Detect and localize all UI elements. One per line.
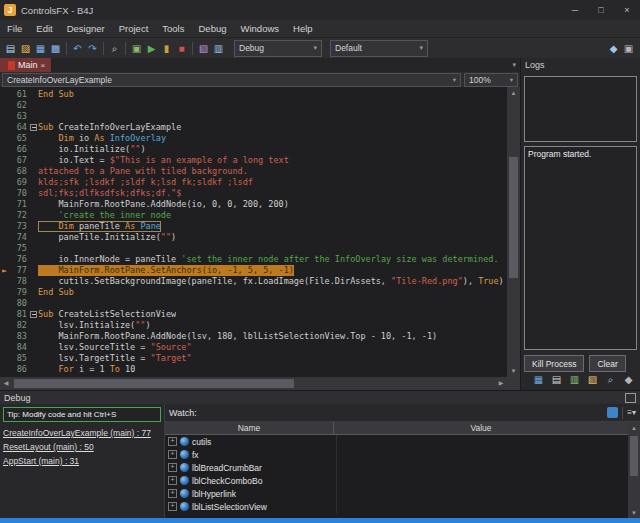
compile-icon[interactable]: ▣	[129, 41, 144, 56]
bridge-icon[interactable]: ◆	[606, 41, 621, 56]
expand-icon[interactable]: +	[168, 489, 177, 498]
designer-icon[interactable]: ▧	[196, 41, 211, 56]
menu-file[interactable]: File	[0, 21, 29, 37]
undo-icon[interactable]: ↶	[70, 41, 85, 56]
tools-panel-icon[interactable]: ◆	[621, 372, 636, 387]
libraries-panel-icon[interactable]: ▦	[531, 372, 546, 387]
code-line[interactable]: 75	[0, 243, 507, 254]
stack-frame-link[interactable]: AppStart (main) : 31	[3, 454, 161, 468]
menu-designer[interactable]: Designer	[60, 21, 112, 37]
scrollbar-thumb[interactable]	[14, 379, 294, 388]
code-line[interactable]: 83 MainForm.RootPane.AddNode(lsv, 180, l…	[0, 331, 507, 342]
search-icon[interactable]: ⌕	[107, 41, 122, 56]
fold-icon[interactable]	[29, 309, 38, 320]
scroll-right-icon[interactable]: ▶	[495, 377, 507, 390]
horizontal-scrollbar[interactable]: ◀ ▶	[0, 377, 507, 390]
find-panel-icon[interactable]: ⌕	[603, 372, 618, 387]
watch-row[interactable]: +fx	[165, 448, 628, 461]
build-config-select[interactable]: Default ▾	[330, 40, 428, 57]
watch-scrollbar[interactable]: ▲ ▼	[628, 422, 640, 519]
code-line[interactable]: 86 For i = 1 To 10	[0, 364, 507, 375]
close-button[interactable]: ×	[614, 0, 640, 20]
scrollbar-thumb[interactable]	[509, 157, 518, 279]
code-area[interactable]: 61End Sub626364Sub CreateInfoOverLayExam…	[0, 87, 507, 377]
code-line[interactable]: 82 lsv.Initialize("")	[0, 320, 507, 331]
save-icon[interactable]: ▦	[33, 41, 48, 56]
expand-icon[interactable]: +	[168, 450, 177, 459]
expand-icon[interactable]: +	[168, 437, 177, 446]
code-line[interactable]: 68attached to a Pane with tiled backgrou…	[0, 166, 507, 177]
code-line[interactable]: 76 io.InnerNode = paneTile 'set the inne…	[0, 254, 507, 265]
code-line[interactable]: 66 io.Initialize("")	[0, 144, 507, 155]
watch-row[interactable]: +cutils	[165, 435, 628, 448]
clear-logs-button[interactable]: Clear	[589, 355, 625, 372]
log-output[interactable]: Program started.	[524, 146, 637, 350]
code-line[interactable]: 67 io.Text = $"This is an example of a l…	[0, 155, 507, 166]
build-mode-select[interactable]: Debug ▾	[234, 40, 322, 57]
watch-row[interactable]: +lblBreadCrumbBar	[165, 461, 628, 474]
code-line[interactable]: 79End Sub	[0, 287, 507, 298]
expand-icon[interactable]: +	[168, 463, 177, 472]
pause-icon[interactable]: ▮	[159, 41, 174, 56]
menu-project[interactable]: Project	[112, 21, 156, 37]
run-icon[interactable]: ▶	[144, 41, 159, 56]
vertical-scrollbar[interactable]: ▲ ▼	[507, 87, 520, 377]
code-line[interactable]: 63	[0, 111, 507, 122]
code-line[interactable]: 65 Dim io As InfoOverlay	[0, 133, 507, 144]
tab-list-icon[interactable]: ▾	[512, 61, 520, 69]
log-filter-box[interactable]	[524, 76, 637, 142]
code-line[interactable]: 84 lsv.SourceTitle = "Source"	[0, 342, 507, 353]
open-project-icon[interactable]: ▨	[18, 41, 33, 56]
code-line[interactable]: 64Sub CreateInfoOverLayExample	[0, 122, 507, 133]
tab-close-icon[interactable]: ×	[41, 61, 46, 70]
redo-icon[interactable]: ↷	[85, 41, 100, 56]
stack-frame-link[interactable]: ResetLayout (main) : 50	[3, 440, 161, 454]
code-editor[interactable]: 61End Sub626364Sub CreateInfoOverLayExam…	[0, 87, 520, 377]
column-header-name[interactable]: Name	[165, 422, 334, 434]
zoom-control[interactable]: 100% ▾	[464, 73, 518, 87]
logs-panel-icon[interactable]: ▥	[567, 372, 582, 387]
scroll-up-icon[interactable]: ▲	[628, 422, 640, 434]
add-watch-icon[interactable]	[607, 407, 618, 418]
code-line[interactable]: 70sdl;fks;dlfksdfsk;dfks;df."$	[0, 188, 507, 199]
menu-tools[interactable]: Tools	[155, 21, 191, 37]
code-line[interactable]: ►77 MainForm.RootPane.SetAnchors(io, -1,…	[0, 265, 507, 276]
menu-debug[interactable]: Debug	[191, 21, 233, 37]
menu-edit[interactable]: Edit	[29, 21, 59, 37]
kill-process-button[interactable]: Kill Process	[524, 355, 584, 372]
watch-menu-icon[interactable]: ≡▾	[627, 408, 636, 417]
files-panel-icon[interactable]: ▤	[549, 372, 564, 387]
code-line[interactable]: 62	[0, 100, 507, 111]
modules-panel-icon[interactable]: ▧	[585, 372, 600, 387]
code-line[interactable]: 69klds;sfk ;lsdkf ;sldf k;lsd fk;sldkf ;…	[0, 177, 507, 188]
fold-icon[interactable]	[29, 122, 38, 133]
settings-icon[interactable]: ▣	[621, 41, 636, 56]
code-line[interactable]: 80	[0, 298, 507, 309]
menu-help[interactable]: Help	[286, 21, 320, 37]
save-all-icon[interactable]: ▩	[48, 41, 63, 56]
code-line[interactable]: 78 cutils.SetBackgroundImage(paneTile, f…	[0, 276, 507, 287]
column-header-value[interactable]: Value	[334, 422, 628, 434]
minimize-button[interactable]: ─	[562, 0, 588, 20]
scroll-down-icon[interactable]: ▼	[507, 365, 520, 377]
menu-windows[interactable]: Windows	[233, 21, 286, 37]
stop-icon[interactable]: ■	[174, 41, 189, 56]
tab-main[interactable]: Main ×	[0, 58, 51, 72]
code-line[interactable]: 74 paneTile.Initialize("")	[0, 232, 507, 243]
code-line[interactable]: 71 MainForm.RootPane.AddNode(io, 0, 0, 2…	[0, 199, 507, 210]
scrollbar-thumb[interactable]	[630, 436, 638, 476]
logs-icon[interactable]: ▥	[211, 41, 226, 56]
stack-frame-link[interactable]: CreateInfoOverLayExample (main) : 77	[3, 426, 161, 440]
watch-row[interactable]: +lblListSelectionView	[165, 500, 628, 513]
symbol-dropdown[interactable]: CreateInfoOverLayExample ▾	[2, 73, 461, 87]
watch-input[interactable]	[201, 407, 604, 419]
maximize-button[interactable]: □	[588, 0, 614, 20]
expand-icon[interactable]: +	[168, 502, 177, 511]
watch-row[interactable]: +lblCheckComboBo	[165, 474, 628, 487]
code-line[interactable]: 85 lsv.TargetTitle = "Target"	[0, 353, 507, 364]
scroll-left-icon[interactable]: ◀	[0, 377, 12, 390]
scroll-up-icon[interactable]: ▲	[507, 87, 520, 99]
code-line[interactable]: 72 'create the inner node	[0, 210, 507, 221]
expand-icon[interactable]: +	[168, 476, 177, 485]
new-file-icon[interactable]: ▤	[3, 41, 18, 56]
